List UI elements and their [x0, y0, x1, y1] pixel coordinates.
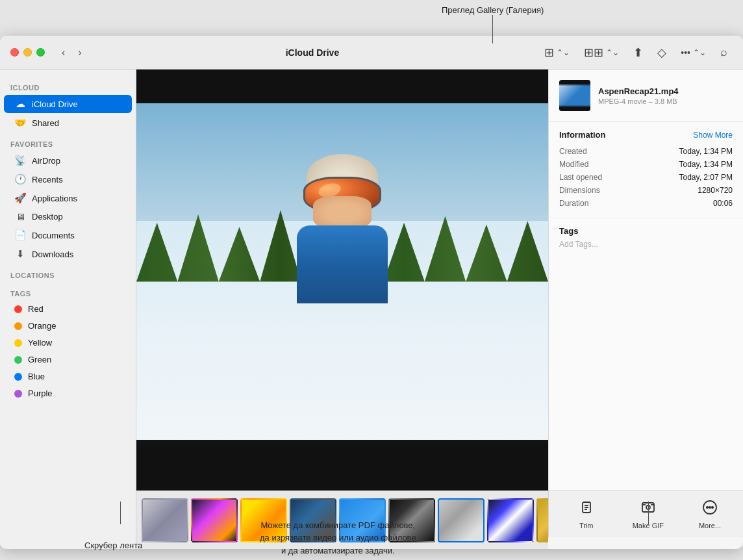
info-section-title: Information	[559, 130, 606, 140]
sidebar-item-downloads[interactable]: ⬇ Downloads	[4, 245, 132, 263]
top-callout: Преглед Gallery (Галерия)	[442, 5, 544, 44]
info-row-created: Created Today, 1:34 PM	[559, 145, 733, 158]
scrubber-thumb-7[interactable]	[438, 498, 485, 542]
skier-figure	[277, 154, 407, 336]
label-modified: Modified	[559, 160, 588, 169]
show-more-button[interactable]: Show More	[693, 131, 733, 140]
window-body: iCloud ☁ iCloud Drive 🤝 Shared Favorites…	[0, 70, 743, 549]
traffic-lights	[10, 48, 45, 57]
sidebar-section-icloud: iCloud	[0, 76, 136, 94]
scrubber-thumb-3[interactable]	[240, 498, 287, 542]
add-tags-placeholder[interactable]: Add Tags...	[559, 240, 733, 249]
tag-dot-purple	[14, 390, 22, 398]
minimize-button[interactable]	[23, 48, 32, 57]
scrubber-thumb-9[interactable]	[536, 498, 548, 542]
make-gif-icon	[640, 500, 656, 519]
shared-icon: 🤝	[14, 117, 26, 129]
trim-icon	[579, 500, 594, 519]
search-icon: ⌕	[720, 45, 727, 59]
file-type: MPEG-4 movie – 3.8 MB	[598, 97, 679, 105]
label-created: Created	[559, 147, 587, 156]
desktop-icon: 🖥	[14, 211, 26, 222]
make-gif-label: Make GIF	[633, 522, 664, 529]
recents-icon: 🕐	[14, 173, 26, 185]
sidebar-label-green: Green	[28, 355, 51, 364]
sidebar-item-tag-blue[interactable]: Blue	[4, 368, 132, 385]
tag-dot-green	[14, 356, 22, 364]
jacket	[297, 225, 388, 303]
view-chevron: ⌃⌄	[557, 48, 570, 57]
value-created: Today, 1:34 PM	[679, 147, 733, 156]
sidebar-section-locations: Locations	[0, 264, 136, 282]
sidebar-label-shared: Shared	[32, 118, 59, 128]
sidebar-label-orange: Orange	[28, 321, 56, 331]
main-content: AspenRecap21.mp4 MPEG-4 movie – 3.8 MB I…	[136, 70, 743, 549]
value-modified: Today, 1:34 PM	[679, 160, 733, 169]
sidebar-item-tag-green[interactable]: Green	[4, 351, 132, 368]
sidebar-label-yellow: Yellow	[28, 338, 52, 348]
make-gif-button[interactable]: Make GIF	[625, 494, 672, 535]
sidebar-label-desktop: Desktop	[32, 212, 63, 222]
sidebar-item-tag-red[interactable]: Red	[4, 301, 132, 317]
tags-section: Tags Add Tags...	[549, 218, 743, 257]
sidebar-label-airdrop: AirDrop	[32, 156, 60, 166]
documents-icon: 📄	[14, 229, 26, 241]
sidebar-item-applications[interactable]: 🚀 Applications	[4, 189, 132, 207]
view-button[interactable]: ⊞ ⌃⌄	[539, 42, 575, 63]
sidebar-item-tag-orange[interactable]: Orange	[4, 318, 132, 334]
scrubber-thumb-2[interactable]	[191, 498, 238, 542]
forward-button[interactable]: ›	[74, 44, 85, 61]
info-row-dimensions: Dimensions 1280×720	[559, 184, 733, 197]
more-toolbar-icon: •••	[681, 47, 690, 58]
trim-button[interactable]: Trim	[564, 494, 609, 535]
more-toolbar-button[interactable]: ••• ⌃⌄	[675, 44, 711, 61]
scrubber-thumb-6[interactable]	[388, 498, 435, 542]
scrubber-thumb-8[interactable]	[487, 498, 534, 542]
sidebar-item-shared[interactable]: 🤝 Shared	[4, 114, 132, 132]
tag-dot-red	[14, 305, 22, 313]
tag-dot-yellow	[14, 339, 22, 347]
value-last-opened: Today, 2:07 PM	[679, 173, 733, 182]
search-button[interactable]: ⌕	[715, 42, 733, 62]
info-row-last-opened: Last opened Today, 2:07 PM	[559, 171, 733, 184]
info-row-duration: Duration 00:06	[559, 197, 733, 210]
gallery-preview[interactable]	[136, 70, 548, 490]
sidebar-label-blue: Blue	[28, 372, 45, 381]
svg-rect-4	[642, 503, 654, 512]
back-button[interactable]: ‹	[58, 44, 69, 61]
more-actions-icon	[702, 500, 718, 519]
sidebar-item-documents[interactable]: 📄 Documents	[4, 226, 132, 244]
sidebar-item-desktop[interactable]: 🖥 Desktop	[4, 208, 132, 225]
sidebar-item-airdrop[interactable]: 📡 AirDrop	[4, 151, 132, 170]
sidebar-item-icloud-drive[interactable]: ☁ iCloud Drive	[4, 95, 132, 113]
scrubber-thumb-1[interactable]	[142, 498, 188, 542]
share-button[interactable]: ⬆	[628, 42, 648, 63]
tag-button[interactable]: ◇	[652, 42, 672, 63]
scrubber-thumb-4[interactable]	[290, 498, 336, 542]
file-thumbnail	[559, 80, 590, 111]
airdrop-icon: 📡	[14, 155, 26, 166]
more-actions-button[interactable]: More...	[687, 494, 733, 535]
sidebar-label-downloads: Downloads	[32, 249, 73, 259]
sidebar-item-tag-yellow[interactable]: Yellow	[4, 335, 132, 351]
scrubber-thumb-5[interactable]	[339, 498, 386, 542]
sidebar-item-recents[interactable]: 🕐 Recents	[4, 170, 132, 188]
maximize-button[interactable]	[36, 48, 45, 57]
value-dimensions: 1280×720	[698, 186, 733, 195]
file-header: AspenRecap21.mp4 MPEG-4 movie – 3.8 MB	[549, 70, 743, 122]
sidebar-label-applications: Applications	[32, 194, 77, 203]
svg-point-9	[707, 506, 708, 507]
share-icon: ⬆	[633, 45, 643, 60]
close-button[interactable]	[10, 48, 19, 57]
face-skin	[313, 196, 372, 229]
scrubber-bar[interactable]	[136, 490, 548, 549]
window-title: iCloud Drive	[99, 47, 527, 58]
sidebar-label-recents: Recents	[32, 175, 63, 185]
group-button[interactable]: ⊞⊞ ⌃⌄	[579, 42, 624, 63]
action-bar: Trim Make GIF	[548, 490, 743, 537]
label-duration: Duration	[559, 199, 588, 208]
sidebar-section-tags: Tags	[0, 282, 136, 300]
file-thumb-img	[559, 80, 590, 111]
sidebar-section-favorites: Favorites	[0, 133, 136, 151]
sidebar-item-tag-purple[interactable]: Purple	[4, 385, 132, 401]
